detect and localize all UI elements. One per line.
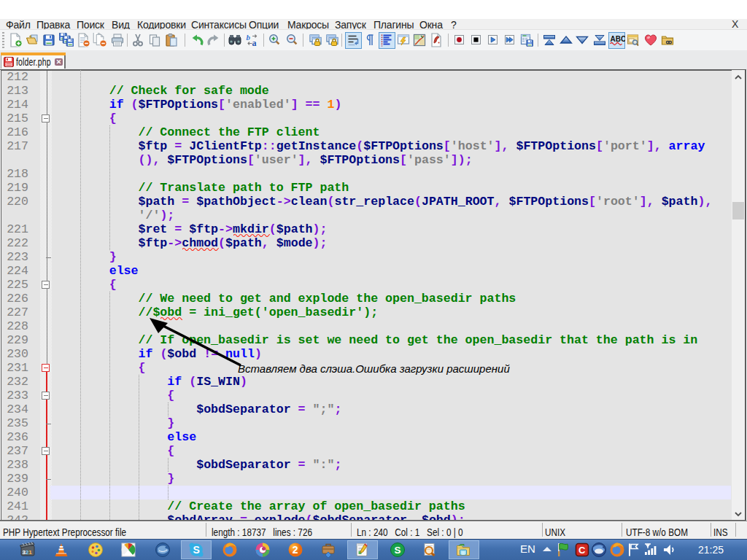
svg-text:b: b [247, 33, 251, 42]
svg-text:C: C [578, 545, 586, 556]
svg-text:S: S [193, 544, 199, 556]
svg-text:S: S [395, 545, 401, 556]
svg-text:ABC: ABC [611, 34, 626, 42]
svg-text:a: a [252, 38, 257, 47]
svg-text:2: 2 [293, 544, 298, 556]
svg-text:321: 321 [22, 549, 32, 556]
